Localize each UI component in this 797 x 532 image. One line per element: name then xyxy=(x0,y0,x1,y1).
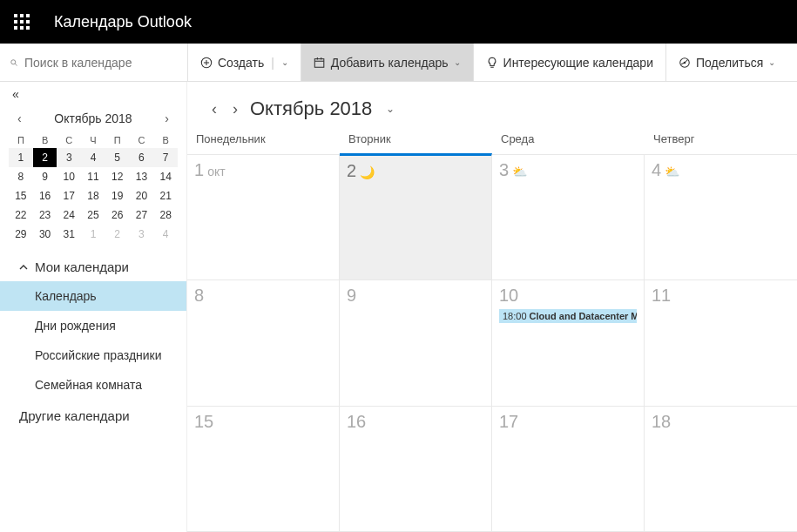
calendar-cell[interactable]: 16 xyxy=(340,407,492,532)
mini-day-cell[interactable]: 4 xyxy=(153,225,178,244)
add-calendar-icon xyxy=(314,57,326,69)
svg-rect-8 xyxy=(26,26,30,30)
date-number: 8 xyxy=(194,286,204,305)
mini-day-cell[interactable]: 29 xyxy=(9,225,33,244)
mini-next-button[interactable]: › xyxy=(161,110,172,127)
mini-calendar: ‹ Октябрь 2018 › ПВСЧПСВ1234567891011121… xyxy=(0,106,186,251)
cal-next-button[interactable]: › xyxy=(229,100,241,118)
calendar-list-item[interactable]: Дни рождения xyxy=(0,311,186,340)
app-launcher-button[interactable] xyxy=(0,0,44,44)
mini-day-cell[interactable]: 24 xyxy=(57,205,81,225)
date-number: 4 xyxy=(652,160,661,179)
calendar-title: Октябрь 2018 xyxy=(250,98,372,120)
dow-header: Среда xyxy=(492,129,645,149)
mini-day-cell[interactable]: 14 xyxy=(153,167,178,186)
create-label: Создать xyxy=(218,56,264,70)
mini-day-cell[interactable]: 6 xyxy=(130,148,154,167)
cal-prev-button[interactable]: ‹ xyxy=(208,100,220,118)
calendar-list-item[interactable]: Семейная комната xyxy=(0,370,186,400)
mini-day-cell[interactable]: 23 xyxy=(33,205,57,225)
calendar-list-item[interactable]: Календарь xyxy=(0,281,186,311)
mini-day-cell[interactable]: 22 xyxy=(9,205,33,225)
mini-day-cell[interactable]: 28 xyxy=(153,205,178,225)
calendar-cell[interactable]: 1018:00 Cloud and Datacenter Ma xyxy=(492,280,645,406)
mini-day-cell[interactable]: 26 xyxy=(105,205,130,225)
mini-day-cell[interactable]: 5 xyxy=(105,148,130,167)
toolbar: Создать | ⌄ Добавить календарь ⌄ Интерес… xyxy=(0,44,797,82)
svg-rect-6 xyxy=(14,26,17,30)
mini-day-cell[interactable]: 3 xyxy=(57,148,81,167)
other-calendars-section[interactable]: Другие календари xyxy=(0,400,186,430)
svg-point-9 xyxy=(11,59,16,64)
search-box[interactable] xyxy=(0,44,187,81)
date-number: 18 xyxy=(652,412,671,431)
calendar-event[interactable]: 18:00 Cloud and Datacenter Ma xyxy=(499,309,637,323)
chevron-down-icon: ⌄ xyxy=(768,57,775,67)
mini-day-cell[interactable]: 4 xyxy=(81,148,105,167)
mini-day-cell[interactable]: 7 xyxy=(153,148,178,167)
svg-line-10 xyxy=(15,64,17,65)
create-button[interactable]: Создать | ⌄ xyxy=(187,44,301,81)
my-calendars-section[interactable]: Мои календари xyxy=(0,251,186,281)
calendar-cell[interactable]: 8 xyxy=(187,280,340,406)
mini-day-cell[interactable]: 27 xyxy=(130,205,154,225)
collapse-sidebar-button[interactable]: « xyxy=(0,82,186,106)
mini-dow-header: С xyxy=(57,132,81,148)
mini-day-cell[interactable]: 2 xyxy=(33,148,57,167)
chevron-down-icon[interactable]: ⌄ xyxy=(386,103,395,115)
mini-day-cell[interactable]: 10 xyxy=(57,167,81,186)
mini-day-cell[interactable]: 15 xyxy=(9,186,33,205)
mini-dow-header: С xyxy=(130,132,154,148)
add-calendar-button[interactable]: Добавить календарь ⌄ xyxy=(301,44,473,81)
svg-rect-3 xyxy=(14,20,17,24)
dow-header: Понедельник xyxy=(187,129,340,149)
date-number: 1 xyxy=(194,160,204,179)
date-number: 11 xyxy=(652,286,671,305)
mini-day-cell[interactable]: 17 xyxy=(57,186,81,205)
mini-day-cell[interactable]: 1 xyxy=(9,148,33,167)
mini-day-cell[interactable]: 8 xyxy=(9,167,33,186)
mini-day-cell[interactable]: 9 xyxy=(33,167,57,186)
mini-prev-button[interactable]: ‹ xyxy=(14,110,25,127)
calendar-cell[interactable]: 11 xyxy=(645,280,797,406)
mini-day-cell[interactable]: 20 xyxy=(130,186,154,205)
mini-day-cell[interactable]: 25 xyxy=(81,205,105,225)
mini-day-cell[interactable]: 21 xyxy=(153,186,178,205)
date-number: 17 xyxy=(499,412,518,431)
mini-day-cell[interactable]: 3 xyxy=(130,225,154,244)
date-number: 2 xyxy=(347,161,356,180)
mini-day-cell[interactable]: 1 xyxy=(81,225,105,244)
mini-day-cell[interactable]: 30 xyxy=(33,225,57,244)
calendar-cell[interactable]: 15 xyxy=(187,407,340,532)
mini-day-cell[interactable]: 31 xyxy=(57,225,81,244)
weather-icon: ⛅ xyxy=(512,165,527,178)
search-input[interactable] xyxy=(24,56,177,70)
calendar-cell[interactable]: 17 xyxy=(492,407,645,532)
svg-rect-7 xyxy=(20,26,24,30)
calendar-cell[interactable]: 18 xyxy=(645,407,797,532)
share-button[interactable]: Поделиться ⌄ xyxy=(665,44,787,81)
calendar-cell[interactable]: 1окт xyxy=(187,155,340,280)
calendar-cell[interactable]: 2🌙 xyxy=(340,153,492,280)
my-calendars-label: Мои календари xyxy=(35,259,129,274)
mini-day-cell[interactable]: 19 xyxy=(105,186,130,205)
calendar-list-item[interactable]: Российские праздники xyxy=(0,340,186,370)
calendar-cell[interactable]: 9 xyxy=(340,280,492,406)
mini-day-cell[interactable]: 11 xyxy=(81,167,105,186)
mini-day-cell[interactable]: 12 xyxy=(105,167,130,186)
mini-day-cell[interactable]: 18 xyxy=(81,186,105,205)
mini-day-cell[interactable]: 2 xyxy=(105,225,130,244)
chevron-down-icon: ⌄ xyxy=(454,57,461,67)
mini-dow-header: П xyxy=(9,132,33,148)
mini-day-cell[interactable]: 16 xyxy=(33,186,57,205)
interesting-calendars-button[interactable]: Интересующие календари xyxy=(473,44,665,81)
calendar-cell[interactable]: 3⛅ xyxy=(492,155,645,280)
dow-header: Вторник xyxy=(340,129,492,149)
svg-rect-1 xyxy=(20,14,24,17)
mini-day-cell[interactable]: 13 xyxy=(130,167,154,186)
share-icon xyxy=(679,57,691,69)
app-header: Календарь Outlook xyxy=(0,0,797,44)
calendar-cell[interactable]: 4⛅ xyxy=(645,155,797,280)
app-title: Календарь Outlook xyxy=(54,13,192,31)
date-number: 10 xyxy=(499,286,518,305)
